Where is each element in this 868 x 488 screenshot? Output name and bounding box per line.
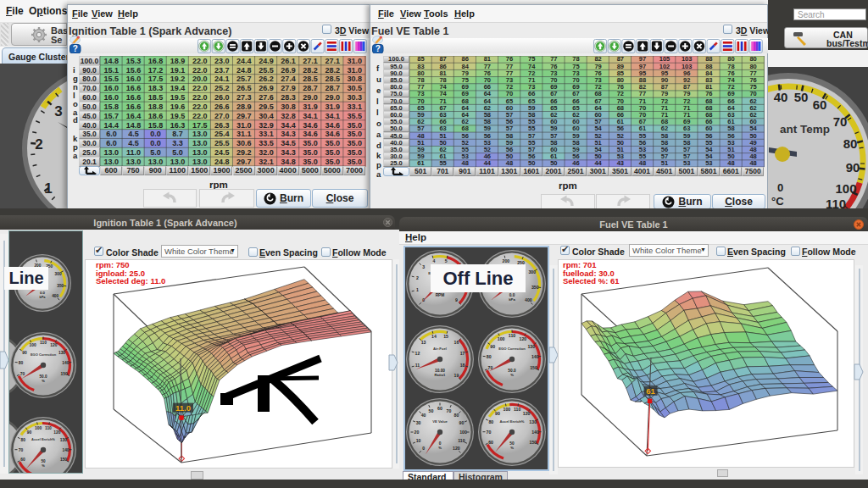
svg-text:70: 70 (447, 408, 452, 413)
svg-text:VE Value: VE Value (432, 419, 448, 424)
svg-text:120: 120 (50, 343, 57, 347)
svg-text:kPa: kPa (509, 297, 515, 302)
svg-text:%: % (438, 446, 442, 450)
svg-text:90: 90 (27, 430, 32, 435)
svg-text:EGO Correction: EGO Correction (498, 347, 526, 351)
svg-text:61: 61 (646, 386, 655, 396)
svg-text:70: 70 (487, 430, 492, 435)
svg-text:140: 140 (531, 354, 539, 359)
svg-text:110: 110 (45, 426, 52, 430)
svg-text:150: 150 (530, 440, 537, 445)
svg-text:kPa: kPa (40, 295, 47, 299)
svg-text:13: 13 (421, 340, 426, 345)
svg-text:100: 100 (35, 426, 42, 430)
svg-text:120: 120 (520, 336, 527, 341)
svg-text:%: % (510, 446, 514, 450)
svg-text:110: 110 (509, 333, 515, 338)
svg-text:%: % (510, 373, 514, 377)
svg-text:150: 150 (530, 365, 537, 370)
svg-text:Accel Enrich%: Accel Enrich% (499, 419, 524, 424)
svg-text:140: 140 (62, 448, 69, 452)
svg-text:90: 90 (490, 344, 495, 349)
svg-text:EGO Correction: EGO Correction (31, 352, 57, 357)
svg-text:150: 150 (60, 458, 67, 462)
svg-text:60: 60 (813, 97, 827, 112)
svg-text:110: 110 (40, 341, 47, 345)
svg-text:90: 90 (495, 411, 500, 416)
svg-text:60: 60 (437, 406, 442, 411)
svg-text:400: 400 (525, 297, 532, 302)
svg-text:0: 0 (422, 446, 425, 451)
svg-text:400: 400 (52, 294, 58, 298)
svg-text:130: 130 (60, 438, 67, 442)
svg-text:11: 11 (415, 363, 420, 368)
svg-text:50: 50 (794, 90, 809, 104)
svg-text:16: 16 (454, 340, 459, 345)
svg-text:?: ? (73, 44, 78, 53)
svg-text:3: 3 (422, 264, 425, 269)
svg-text:12: 12 (415, 351, 420, 356)
svg-text:300: 300 (55, 272, 62, 276)
svg-text:50: 50 (429, 408, 434, 413)
svg-text:150: 150 (61, 372, 68, 376)
svg-text:5: 5 (445, 258, 448, 263)
svg-text:20: 20 (415, 430, 420, 435)
svg-text:17: 17 (460, 351, 465, 356)
svg-text:40: 40 (774, 90, 788, 104)
svg-text:70: 70 (19, 448, 24, 452)
svg-text:ant Temp: ant Temp (780, 123, 830, 136)
svg-text:140: 140 (531, 430, 539, 435)
svg-text:80: 80 (488, 419, 493, 424)
svg-text:0: 0 (777, 181, 783, 194)
svg-text:80: 80 (19, 361, 24, 365)
svg-text:90: 90 (846, 160, 860, 175)
svg-text:100: 100 (30, 343, 36, 347)
svg-text:?: ? (376, 44, 381, 53)
svg-text:80: 80 (454, 413, 459, 418)
svg-text:Air:Fuel: Air:Fuel (433, 347, 447, 351)
svg-text:9: 9 (455, 297, 458, 302)
svg-text:140: 140 (62, 361, 69, 365)
svg-text:19: 19 (454, 373, 459, 378)
svg-text:70: 70 (20, 372, 25, 376)
svg-text:120: 120 (53, 430, 60, 435)
svg-text:4: 4 (432, 258, 435, 263)
svg-text:RPM: RPM (436, 293, 445, 297)
svg-text:350: 350 (57, 284, 64, 288)
svg-text:30: 30 (416, 420, 421, 425)
svg-text:90: 90 (22, 351, 27, 355)
svg-text:15: 15 (443, 334, 448, 339)
svg-text:Ratio1: Ratio1 (435, 373, 446, 377)
svg-text:40: 40 (421, 413, 426, 418)
svg-text:18: 18 (460, 363, 465, 368)
svg-text:110: 110 (514, 407, 520, 412)
svg-text:14: 14 (431, 334, 437, 339)
svg-text:10: 10 (416, 438, 421, 443)
svg-text:120: 120 (523, 411, 531, 416)
svg-text:120: 120 (453, 446, 460, 451)
svg-text:80: 80 (843, 136, 858, 151)
svg-text:130: 130 (529, 419, 537, 424)
svg-text:300: 300 (528, 269, 536, 274)
svg-text:%: % (42, 379, 45, 383)
svg-text:1: 1 (416, 287, 419, 292)
svg-text:2: 2 (416, 275, 419, 280)
svg-text:80: 80 (20, 438, 25, 442)
svg-text:200: 200 (503, 258, 510, 263)
svg-text:110: 110 (458, 438, 465, 443)
svg-text:100: 100 (498, 336, 505, 341)
svg-text:100: 100 (459, 430, 467, 435)
svg-text:130: 130 (527, 344, 535, 349)
svg-text:80: 80 (487, 354, 492, 359)
svg-text:2: 2 (35, 136, 42, 152)
svg-text:°C: °C (771, 195, 784, 208)
svg-text:3: 3 (54, 103, 62, 119)
svg-text:11.0: 11.0 (175, 403, 191, 413)
svg-text:70: 70 (833, 114, 848, 129)
svg-text:%: % (42, 463, 45, 468)
svg-text:100: 100 (504, 407, 511, 412)
svg-text:350: 350 (531, 285, 539, 290)
svg-text:90: 90 (459, 420, 465, 425)
svg-text:130: 130 (58, 351, 65, 355)
svg-text:60: 60 (20, 458, 25, 462)
